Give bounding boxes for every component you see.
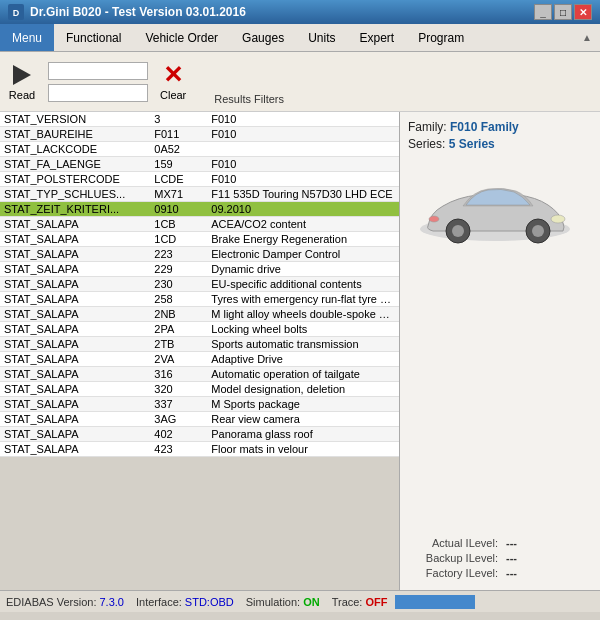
menu-item-gauges[interactable]: Gauges [230,24,296,51]
ediabas-value: 7.3.0 [100,596,124,608]
filter-input-2[interactable] [48,84,148,102]
car-image [408,168,583,248]
table-row[interactable]: STAT_ZEIT_KRITERI...091009.2010 [0,202,399,217]
table-row[interactable]: STAT_SALAPA2NBM light alloy wheels doubl… [0,307,399,322]
close-button[interactable]: ✕ [574,4,592,20]
menu-arrow: ▲ [582,32,600,43]
cell-value: 159 [150,157,207,172]
table-row[interactable]: STAT_SALAPA320Model designation, deletio… [0,382,399,397]
cell-desc: Brake Energy Regeneration [207,232,399,247]
svg-point-8 [429,216,439,222]
ediabas-segment: EDIABAS Version: 7.3.0 [6,596,124,608]
table-row[interactable]: STAT_LACKCODE0A52 [0,142,399,157]
cell-desc: Panorama glass roof [207,427,399,442]
backup-level-row: Backup ILevel: --- [408,552,592,564]
table-row[interactable]: STAT_SALAPA2TBSports automatic transmiss… [0,337,399,352]
cell-name: STAT_ZEIT_KRITERI... [0,202,150,217]
cell-desc: F010 [207,112,399,127]
table-row[interactable]: STAT_SALAPA2PALocking wheel bolts [0,322,399,337]
cell-desc: F010 [207,127,399,142]
trace-value: OFF [365,596,387,608]
table-row[interactable]: STAT_TYP_SCHLUES...MX71F11 535D Touring … [0,187,399,202]
menu-item-program[interactable]: Program [406,24,476,51]
table-row[interactable]: STAT_SALAPA3AGRear view camera [0,412,399,427]
cell-value: 2TB [150,337,207,352]
table-row[interactable]: STAT_SALAPA1CBACEA/CO2 content [0,217,399,232]
cell-value: 0A52 [150,142,207,157]
table-row[interactable]: STAT_SALAPA2VAAdaptive Drive [0,352,399,367]
interface-value: STD:OBD [185,596,234,608]
table-scroll[interactable]: STAT_VERSION3F010STAT_BAUREIHEF011F010ST… [0,112,399,590]
cell-desc: Model designation, deletion [207,382,399,397]
status-bar: EDIABAS Version: 7.3.0 Interface: STD:OB… [0,590,600,612]
table-row[interactable]: STAT_SALAPA423Floor mats in velour [0,442,399,457]
toolbar-inputs [48,62,148,102]
svg-point-4 [452,225,464,237]
cell-value: 423 [150,442,207,457]
cell-name: STAT_SALAPA [0,232,150,247]
cell-value: F011 [150,127,207,142]
menu-item-units[interactable]: Units [296,24,347,51]
table-row[interactable]: STAT_SALAPA230EU-specific additional con… [0,277,399,292]
cell-value: 3AG [150,412,207,427]
cell-name: STAT_SALAPA [0,337,150,352]
cell-desc: Automatic operation of tailgate [207,367,399,382]
table-row[interactable]: STAT_BAUREIHEF011F010 [0,127,399,142]
ediabas-label: EDIABAS Version: [6,596,97,608]
interface-label: Interface: [136,596,182,608]
factory-level-label: Factory ILevel: [408,567,498,579]
table-row[interactable]: STAT_SALAPA223Electronic Damper Control [0,247,399,262]
title-bar-left: D Dr.Gini B020 - Test Version 03.01.2016 [8,4,246,20]
family-label: Family: [408,120,447,134]
table-row[interactable]: STAT_POLSTERCODELCDEF010 [0,172,399,187]
table-row[interactable]: STAT_SALAPA1CDBrake Energy Regeneration [0,232,399,247]
table-area: STAT_VERSION3F010STAT_BAUREIHEF011F010ST… [0,112,400,590]
title-bar: D Dr.Gini B020 - Test Version 03.01.2016… [0,0,600,24]
app-icon: D [8,4,24,20]
trace-segment: Trace: OFF [332,596,388,608]
minimize-button[interactable]: _ [534,4,552,20]
svg-point-6 [532,225,544,237]
cell-name: STAT_TYP_SCHLUES... [0,187,150,202]
table-row[interactable]: STAT_SALAPA402Panorama glass roof [0,427,399,442]
cell-name: STAT_SALAPA [0,307,150,322]
cell-value: 230 [150,277,207,292]
menu-bar: MenuFunctionalVehicle OrderGaugesUnitsEx… [0,24,600,52]
clear-button[interactable]: ✕ Clear [160,63,186,101]
table-row[interactable]: STAT_SALAPA316Automatic operation of tai… [0,367,399,382]
table-row[interactable]: STAT_SALAPA337M Sports package [0,397,399,412]
family-row: Family: F010 Family [408,120,592,134]
cell-desc: Dynamic drive [207,262,399,277]
cell-value: MX71 [150,187,207,202]
cell-name: STAT_SALAPA [0,367,150,382]
menu-item-functional[interactable]: Functional [54,24,133,51]
clear-icon: ✕ [163,63,183,87]
data-table: STAT_VERSION3F010STAT_BAUREIHEF011F010ST… [0,112,399,457]
table-row[interactable]: STAT_VERSION3F010 [0,112,399,127]
maximize-button[interactable]: □ [554,4,572,20]
read-button[interactable]: Read [8,63,36,101]
filter-input-1[interactable] [48,62,148,80]
menu-item-menu[interactable]: Menu [0,24,54,51]
menu-item-expert[interactable]: Expert [347,24,406,51]
svg-text:D: D [13,8,20,18]
table-row[interactable]: STAT_SALAPA258Tyres with emergency run-f… [0,292,399,307]
cell-desc: EU-specific additional contents [207,277,399,292]
window-title: Dr.Gini B020 - Test Version 03.01.2016 [30,5,246,19]
series-row: Series: 5 Series [408,137,592,151]
family-series-info: Family: F010 Family Series: 5 Series [408,120,592,154]
series-value: 5 Series [449,137,495,151]
cell-name: STAT_SALAPA [0,217,150,232]
cell-name: STAT_SALAPA [0,427,150,442]
cell-value: 2NB [150,307,207,322]
table-row[interactable]: STAT_SALAPA229Dynamic drive [0,262,399,277]
cell-value: LCDE [150,172,207,187]
cell-desc: Floor mats in velour [207,442,399,457]
table-row[interactable]: STAT_FA_LAENGE159F010 [0,157,399,172]
family-value: F010 Family [450,120,519,134]
menu-item-vehicle-order[interactable]: Vehicle Order [133,24,230,51]
trace-label: Trace: [332,596,363,608]
cell-desc: F11 535D Touring N57D30 LHD ECE [207,187,399,202]
info-panel: Family: F010 Family Series: 5 Series [400,112,600,590]
cell-name: STAT_SALAPA [0,397,150,412]
